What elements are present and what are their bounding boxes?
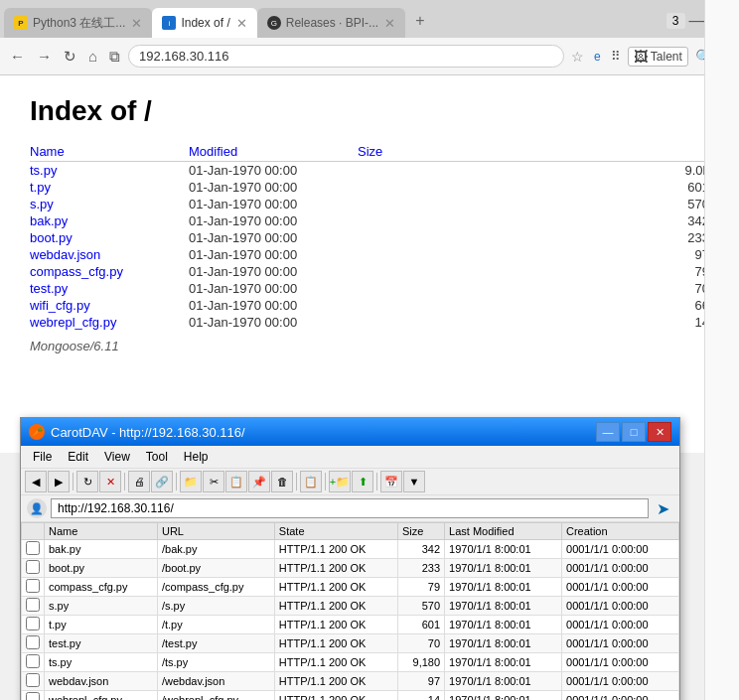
carot-table-row[interactable]: webrepl_cfg.py /webrepl_cfg.py HTTP/1.1 …	[22, 691, 679, 701]
toolbar-sep1	[73, 473, 74, 490]
menu-view[interactable]: View	[96, 448, 138, 466]
carot-go-button[interactable]: ➤	[653, 499, 673, 518]
file-link[interactable]: t.py	[30, 180, 51, 195]
carot-table-row[interactable]: t.py /t.py HTTP/1.1 200 OK 601 1970/1/1 …	[22, 616, 679, 634]
row-checkbox[interactable]	[26, 579, 40, 593]
menu-tool[interactable]: Tool	[138, 448, 176, 466]
carot-urlbar: 👤 ➤	[21, 495, 679, 522]
row-checkbox[interactable]	[26, 598, 40, 612]
menu-edit[interactable]: Edit	[60, 448, 96, 466]
toolbar-upload[interactable]: ⬆	[352, 471, 373, 492]
minimize-carot-button[interactable]: —	[596, 422, 620, 442]
tabs-button[interactable]: ⧉	[105, 46, 124, 68]
carot-menubar: File Edit View Tool Help	[21, 446, 679, 469]
toolbar-connect[interactable]: 🔗	[151, 471, 173, 492]
close-carot-button[interactable]: ✕	[648, 422, 671, 442]
col-carot-name-header[interactable]: Name	[45, 523, 158, 540]
toolbar-folder[interactable]: 📁	[180, 471, 202, 492]
col-size-header[interactable]: Size	[358, 142, 709, 162]
carot-table-row[interactable]: compass_cfg.py /compass_cfg.py HTTP/1.1 …	[22, 578, 679, 597]
back-button[interactable]: ←	[6, 46, 29, 67]
carot-table-row[interactable]: ts.py /ts.py HTTP/1.1 200 OK 9,180 1970/…	[22, 653, 679, 672]
toolbar-new-folder[interactable]: +📁	[329, 471, 351, 492]
refresh-button[interactable]: ↻	[60, 46, 80, 68]
carot-file-url: /s.py	[157, 597, 274, 616]
file-link[interactable]: webrepl_cfg.py	[30, 315, 116, 330]
col-carot-url-header[interactable]: URL	[157, 523, 274, 540]
file-link[interactable]: webdav.json	[30, 247, 100, 262]
file-link[interactable]: compass_cfg.py	[30, 264, 123, 279]
col-carot-state-header[interactable]: State	[274, 523, 397, 540]
carot-table-row[interactable]: webdav.json /webdav.json HTTP/1.1 200 OK…	[22, 672, 679, 691]
file-link[interactable]: test.py	[30, 281, 68, 296]
file-link[interactable]: boot.py	[30, 230, 73, 245]
toolbar-back[interactable]: ◀	[25, 471, 47, 492]
file-table-row: webdav.json 01-Jan-1970 00:00 97	[30, 246, 709, 263]
maximize-carot-button[interactable]: □	[622, 422, 646, 442]
carot-table-body: bak.py /bak.py HTTP/1.1 200 OK 342 1970/…	[22, 540, 679, 701]
window-controls: — □ ✕	[596, 422, 671, 442]
tab-python-close[interactable]: ✕	[131, 16, 142, 31]
col-carot-creation-header[interactable]: Creation	[562, 523, 679, 540]
row-checkbox[interactable]	[26, 560, 40, 574]
carot-url-input[interactable]	[51, 498, 649, 518]
toolbar-refresh[interactable]: ↻	[76, 471, 98, 492]
carot-file-url: /t.py	[157, 616, 274, 634]
minimize-browser-icon[interactable]: —	[689, 12, 705, 30]
carot-file-url: /webdav.json	[157, 672, 274, 691]
row-checkbox-cell	[22, 672, 45, 691]
file-size-cell: 66	[358, 297, 709, 314]
toolbar-forward[interactable]: ▶	[48, 471, 70, 492]
carot-table-row[interactable]: s.py /s.py HTTP/1.1 200 OK 570 1970/1/1 …	[22, 597, 679, 616]
talent-button[interactable]: 🖼 Talent	[628, 47, 688, 67]
toolbar-delete[interactable]: 🗑	[271, 471, 293, 492]
carot-table-row[interactable]: boot.py /boot.py HTTP/1.1 200 OK 233 197…	[22, 559, 679, 578]
row-checkbox[interactable]	[26, 541, 40, 555]
row-checkbox[interactable]	[26, 673, 40, 687]
file-link[interactable]: s.py	[30, 197, 54, 211]
row-checkbox[interactable]	[26, 635, 40, 649]
col-name-header[interactable]: Name	[30, 142, 189, 162]
file-size-cell: 70	[358, 280, 709, 297]
carot-file-name: t.py	[45, 616, 158, 634]
star-icon[interactable]: ☆	[568, 49, 587, 65]
address-input[interactable]	[128, 45, 564, 68]
file-table-row: ts.py 01-Jan-1970 00:00 9.0k	[30, 162, 709, 180]
toolbar-print[interactable]: 🖨	[128, 471, 150, 492]
toolbar-prop[interactable]: 📋	[300, 471, 322, 492]
file-modified-cell: 01-Jan-1970 00:00	[189, 212, 358, 229]
carot-file-creation: 0001/1/1 0:00:00	[562, 672, 679, 691]
file-link[interactable]: bak.py	[30, 213, 68, 228]
col-carot-modified-header[interactable]: Last Modified	[445, 523, 562, 540]
col-modified-header[interactable]: Modified	[189, 142, 358, 162]
toolbar-calendar[interactable]: 📅	[380, 471, 402, 492]
file-link[interactable]: ts.py	[30, 163, 57, 178]
row-checkbox[interactable]	[26, 654, 40, 668]
carot-file-name: compass_cfg.py	[45, 578, 158, 597]
new-tab-button[interactable]: +	[409, 12, 430, 30]
tab-index[interactable]: i Index of / ✕	[152, 8, 256, 38]
toolbar-cut[interactable]: ✂	[203, 471, 224, 492]
carot-table-row[interactable]: bak.py /bak.py HTTP/1.1 200 OK 342 1970/…	[22, 540, 679, 559]
tab-releases-close[interactable]: ✕	[384, 16, 395, 31]
file-link[interactable]: wifi_cfg.py	[30, 298, 90, 313]
home-button[interactable]: ⌂	[84, 46, 101, 67]
menu-help[interactable]: Help	[176, 448, 217, 466]
menu-file[interactable]: File	[25, 448, 60, 466]
toolbar-paste[interactable]: 📌	[248, 471, 270, 492]
toolbar-stop[interactable]: ✕	[99, 471, 121, 492]
carot-table-row[interactable]: test.py /test.py HTTP/1.1 200 OK 70 1970…	[22, 634, 679, 653]
row-checkbox[interactable]	[26, 617, 40, 630]
tab-index-close[interactable]: ✕	[236, 16, 247, 31]
tab-releases[interactable]: G Releases · BPI-... ✕	[257, 8, 405, 38]
toolbar-copy[interactable]: 📋	[225, 471, 247, 492]
file-table-row: wifi_cfg.py 01-Jan-1970 00:00 66	[30, 297, 709, 314]
file-table-row: compass_cfg.py 01-Jan-1970 00:00 79	[30, 263, 709, 280]
forward-button[interactable]: →	[33, 46, 56, 67]
col-carot-size-header[interactable]: Size	[398, 523, 445, 540]
row-checkbox[interactable]	[26, 692, 40, 700]
carot-file-size: 233	[398, 559, 445, 578]
tab-python[interactable]: P Python3 在线工... ✕	[4, 8, 152, 38]
carot-file-creation: 0001/1/1 0:00:00	[562, 691, 679, 701]
toolbar-dropdown[interactable]: ▼	[403, 471, 425, 492]
